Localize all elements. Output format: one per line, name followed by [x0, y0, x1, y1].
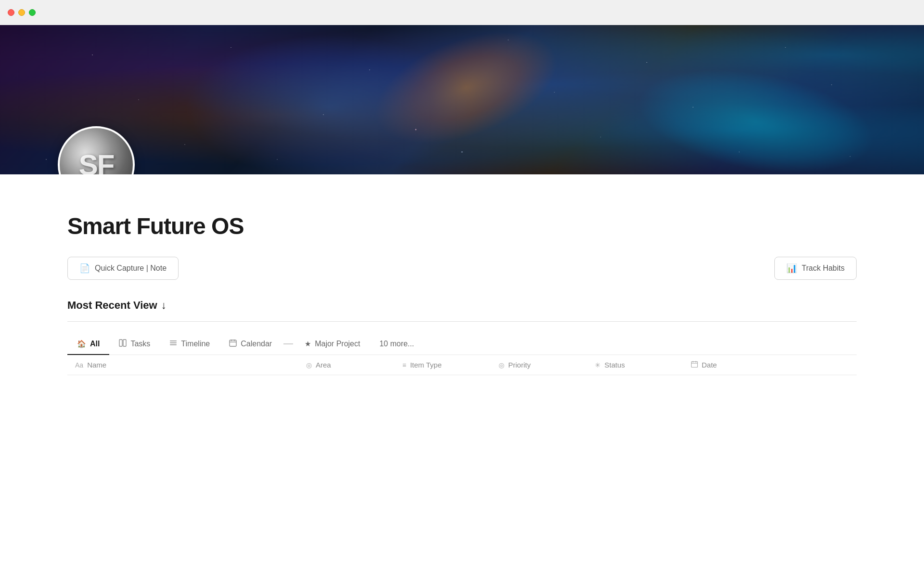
quick-capture-button[interactable]: 📄 Quick Capture | Note — [67, 257, 179, 280]
tab-timeline[interactable]: Timeline — [160, 333, 219, 355]
svg-rect-3 — [170, 342, 177, 343]
tab-major-project-label: Major Project — [315, 340, 360, 348]
svg-rect-4 — [170, 344, 177, 345]
capture-icon: 📄 — [79, 263, 90, 274]
tab-tasks-label: Tasks — [130, 340, 150, 348]
titlebar — [0, 0, 924, 25]
col-date-label: Date — [702, 361, 717, 369]
col-name-icon: Aa — [75, 361, 83, 369]
col-priority-icon: ◎ — [499, 361, 504, 369]
svg-rect-0 — [119, 340, 122, 346]
tab-star-icon: ★ — [305, 340, 311, 348]
section-heading-arrow: ↓ — [161, 299, 167, 312]
col-itemtype[interactable]: ≡ Item Type — [395, 361, 491, 369]
col-status[interactable]: ✳ Status — [587, 361, 683, 369]
hero-banner: SF — [0, 25, 924, 174]
svg-rect-2 — [170, 341, 177, 342]
maximize-button[interactable] — [29, 9, 36, 16]
col-priority[interactable]: ◎ Priority — [491, 361, 587, 369]
close-button[interactable] — [8, 9, 14, 16]
tab-timeline-icon — [169, 339, 177, 348]
minimize-button[interactable] — [18, 9, 25, 16]
col-date-icon — [691, 361, 698, 369]
tab-tasks[interactable]: Tasks — [109, 333, 160, 355]
tab-separator — [282, 343, 295, 344]
tab-timeline-label: Timeline — [181, 340, 210, 348]
avatar: SF — [58, 126, 135, 174]
col-name[interactable]: Aa Name — [67, 361, 298, 369]
tab-tasks-icon — [119, 339, 127, 348]
tab-all[interactable]: 🏠 All — [67, 334, 109, 355]
main-content: Smart Future OS 📄 Quick Capture | Note 📊… — [0, 174, 924, 394]
tab-major-project[interactable]: ★ Major Project — [295, 334, 370, 355]
tab-calendar-label: Calendar — [241, 340, 272, 348]
tabs-bar: 🏠 All Tasks Timeline — [67, 333, 857, 355]
col-date[interactable]: Date — [683, 361, 760, 369]
section-heading: Most Recent View ↓ — [67, 299, 857, 312]
col-area-label: Area — [316, 361, 331, 369]
table-header: Aa Name ◎ Area ≡ Item Type ◎ Priority ✳ … — [67, 355, 857, 375]
quick-actions: 📄 Quick Capture | Note 📊 Track Habits — [67, 257, 857, 280]
habits-icon: 📊 — [786, 263, 797, 274]
nebula-blue — [185, 35, 474, 174]
tab-calendar-icon — [229, 339, 237, 348]
page-title: Smart Future OS — [67, 213, 857, 239]
nebula-teal — [629, 53, 882, 174]
avatar-wrapper: SF — [58, 126, 135, 174]
svg-rect-9 — [692, 362, 698, 368]
tab-calendar[interactable]: Calendar — [219, 333, 282, 355]
nebula-orange — [359, 25, 573, 166]
tab-more[interactable]: 10 more... — [370, 334, 424, 355]
track-habits-button[interactable]: 📊 Track Habits — [774, 257, 857, 280]
section-divider — [67, 321, 857, 322]
col-itemtype-label: Item Type — [410, 361, 442, 369]
col-area[interactable]: ◎ Area — [298, 361, 395, 369]
col-area-icon: ◎ — [306, 361, 312, 369]
col-name-label: Name — [87, 361, 106, 369]
col-status-label: Status — [604, 361, 625, 369]
section-heading-text: Most Recent View — [67, 299, 157, 312]
col-status-icon: ✳ — [595, 361, 601, 369]
avatar-initials: SF — [79, 148, 114, 175]
svg-rect-1 — [123, 340, 126, 346]
col-itemtype-icon: ≡ — [402, 361, 406, 369]
habits-label: Track Habits — [802, 264, 845, 273]
col-priority-label: Priority — [508, 361, 531, 369]
tab-all-icon: 🏠 — [77, 340, 86, 348]
tab-all-label: All — [90, 340, 100, 348]
tab-more-label: 10 more... — [379, 340, 414, 348]
capture-label: Quick Capture | Note — [95, 264, 167, 273]
svg-rect-5 — [230, 340, 236, 346]
